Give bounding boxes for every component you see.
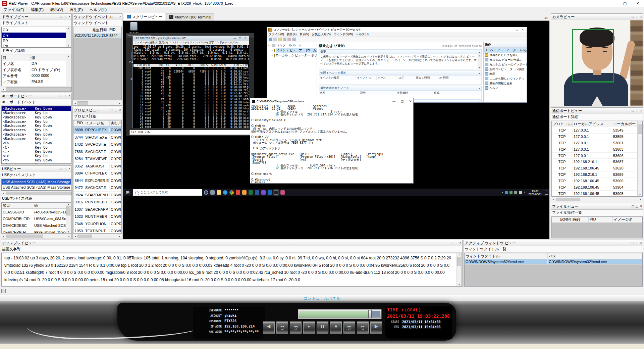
float-icon[interactable]: □ <box>632 240 634 246</box>
table-row[interactable]: デル名 HL-DT-ST <box>2 85 71 86</box>
keyboard-event-row[interactable]: <C>Key Down <box>2 141 71 145</box>
table-row[interactable]: 1053 TEXTINPUT C:¥WINDOW <box>73 228 121 234</box>
table-row[interactable]: 1007 SEARCHAPP C:¥WINDOW <box>73 206 121 213</box>
table-row[interactable]: 8884 CTFMON.EX C:¥WINDOW <box>73 170 121 177</box>
table-row[interactable]: 9824 STARTMENU C:¥WINDOW <box>73 192 121 199</box>
taskbar-clock[interactable]: 19:03 2021/03/11 <box>527 190 543 196</box>
table-row[interactable]: DEVICEDESC USB Attached SCSI (UAS) <box>2 222 71 229</box>
cmd-close-icon[interactable]: ✕ <box>409 100 412 103</box>
table-row[interactable]: TCP 192.168.216.1 53687 <box>552 159 642 165</box>
drive-list-item[interactable]: C:¥ <box>2 27 71 33</box>
start-button[interactable]: ⊞ <box>124 189 131 196</box>
action-item[interactable]: 表示 <box>484 71 527 76</box>
action-item[interactable]: ヘルプ <box>484 86 527 90</box>
close-icon[interactable]: × <box>68 93 70 99</box>
action-item[interactable]: 保存されたログを開く... <box>484 53 527 57</box>
drive-list-item[interactable]: F:¥ <box>2 43 71 48</box>
cmd-taskbar-icon[interactable] <box>274 190 278 195</box>
menu-item[interactable]: 編集(E) <box>28 7 47 13</box>
table-row[interactable]: 3808 RDPCLIP.EX C:¥WINDOW <box>73 127 121 134</box>
float-icon[interactable]: □ <box>632 108 634 113</box>
float-icon[interactable]: □ <box>60 166 62 171</box>
tray-icon-blue[interactable] <box>505 191 508 194</box>
table-row[interactable]: 1432 SVCHOST.E C:¥WINDOW <box>73 141 121 148</box>
table-row[interactable]: 8284 TEAMVIEWE C:¥PROGRA <box>73 155 121 163</box>
float-icon[interactable]: □ <box>632 204 634 209</box>
table-row[interactable]: 3744 SIHOST.EXE C:¥WINDOW <box>73 134 121 141</box>
float-icon[interactable]: □ <box>60 14 62 19</box>
task-view-icon[interactable] <box>210 190 215 195</box>
pin-icon[interactable]: ⊤ <box>64 14 67 19</box>
tree-item-console-root[interactable]: ▾ コンソール ルート <box>267 43 317 48</box>
console-menu-item[interactable]: ファイル(F) <box>269 32 284 37</box>
playback-button[interactable]: ▮▮ <box>316 321 329 334</box>
teams-icon[interactable] <box>261 190 266 195</box>
close-icon[interactable]: × <box>459 240 461 246</box>
pin-icon[interactable]: ⊤ <box>64 93 67 99</box>
console-menu-item[interactable]: 表示(V) <box>300 32 309 37</box>
window-event-hscroll[interactable]: ◂▸ <box>73 101 122 105</box>
folder-icon[interactable] <box>278 38 282 41</box>
keyboard-event-row[interactable]: <¥>Key Down <box>2 158 71 162</box>
pin-icon[interactable]: ⊤ <box>635 108 638 113</box>
keyboard-event-row[interactable]: <Backspace>Key Up <box>2 137 71 141</box>
usb-detail-hscroll[interactable]: ◂▸ <box>1 234 71 239</box>
console-menu-item[interactable]: 操作(A) <box>287 32 297 37</box>
overview-scrollbar[interactable]: ▴▾ <box>478 54 481 69</box>
notification-icon[interactable] <box>545 191 548 195</box>
table-row[interactable]: イブ表示名 CD ドライブ (D:) <box>2 67 71 73</box>
drive-list-item[interactable]: D:¥ <box>2 33 71 38</box>
pin-icon[interactable]: ⊤ <box>635 240 638 246</box>
float-icon[interactable]: □ <box>60 93 62 99</box>
table-row[interactable]: 9472 SVCHOST.E C:¥WINDOW <box>73 184 121 192</box>
close-icon[interactable]: × <box>640 14 642 19</box>
teraterm-window[interactable]: 192.168.216.102 - yhioki@localhost - VT … <box>132 36 249 128</box>
float-icon[interactable]: □ <box>111 14 113 19</box>
tray-chevron-icon[interactable]: ▴ <box>502 191 503 194</box>
app-icon-red[interactable] <box>236 190 240 195</box>
playback-button[interactable]: ■ <box>330 321 342 334</box>
playback-progress-bar[interactable] <box>298 309 382 319</box>
cortana-icon[interactable] <box>204 190 208 195</box>
action-item[interactable]: カスタム ビューの作成... <box>484 57 527 62</box>
pin-icon[interactable]: ⊤ <box>454 240 458 246</box>
table-row[interactable]: 8844 EXPLORER.E C:¥WINDOW <box>73 177 121 185</box>
keyboard-event-row[interactable]: <Backspace>Key Down <box>2 106 71 111</box>
menu-item[interactable]: ヘルプ(H) <box>86 7 110 13</box>
keyboard-event-row[interactable]: <Backspace>Key Up <box>2 111 71 115</box>
edge-icon[interactable] <box>223 190 227 195</box>
drive-list-item[interactable]: E:¥ <box>2 38 71 43</box>
keyboard-event-row[interactable]: <:>Key Up <box>2 154 71 158</box>
console-menu-item[interactable]: ヘルプ(H) <box>356 32 369 37</box>
event-viewer-console-window[interactable]: コンソール1 - [コンソール ルート¥イベント ビューアー (ローカル)] —… <box>267 27 527 103</box>
teraterm-window-buttons[interactable]: — ▢ ✕ <box>233 36 248 41</box>
screen-view[interactable]: ごみ箱 VMware Workstation RECKey doc (1) 19… <box>123 21 549 239</box>
tree-item-local-policy[interactable]: ▸ ローカル コンピューター ポリシー <box>267 53 317 58</box>
maximize-button[interactable]: ▢ <box>619 0 631 7</box>
actions-header[interactable]: イベント ビューアー (ローカル)▴ <box>484 48 527 53</box>
table-row[interactable]: CLASSGUID {4d36e97b-e325-11ce-bfc1- <box>2 209 71 215</box>
close-icon[interactable]: × <box>640 108 642 113</box>
store-icon[interactable] <box>268 190 272 195</box>
playback-button[interactable]: ▸▸ ×4 <box>357 321 369 334</box>
table-row[interactable]: 7348 YOURPHON C:¥PROGRA <box>73 220 121 228</box>
section-overview[interactable]: 概要▴ <box>319 49 482 54</box>
drive-detail-hscroll[interactable]: ◂ <box>1 87 71 91</box>
process-hscroll[interactable]: ◂▸ <box>73 234 122 239</box>
playback-button[interactable]: ◂◂ ×2 <box>289 321 302 334</box>
progress-thumb[interactable] <box>368 310 372 318</box>
volume-icon[interactable] <box>519 191 522 194</box>
console-menu-item[interactable]: お気に入り(O) <box>312 32 330 37</box>
action-item[interactable]: ここから新しいウィンドウ <box>484 76 527 81</box>
table-row[interactable]: 1023 RUNTIMEBR C:¥WINDOW <box>73 213 121 220</box>
keyboard-event-row[interactable]: <C>Key Up <box>2 145 71 150</box>
refresh-icon[interactable] <box>292 38 296 41</box>
export-icon[interactable] <box>283 38 286 41</box>
tab-scroll-right-icon[interactable]: ▸ <box>546 16 548 19</box>
usb-device-item[interactable]: USB Attached SCSI (UAS) Mass Storage Dev <box>2 185 71 190</box>
teraterm-menubar[interactable]: ファイル(F) 編集(E) 設定(S) コントロール(O) ウィンドウ(W) 漢… <box>133 41 249 45</box>
explorer-icon[interactable] <box>217 190 221 195</box>
forward-icon[interactable] <box>273 38 277 41</box>
usb-list-hscroll[interactable]: ◂ <box>1 191 71 196</box>
menu-item[interactable]: 再生(P) <box>66 7 86 13</box>
